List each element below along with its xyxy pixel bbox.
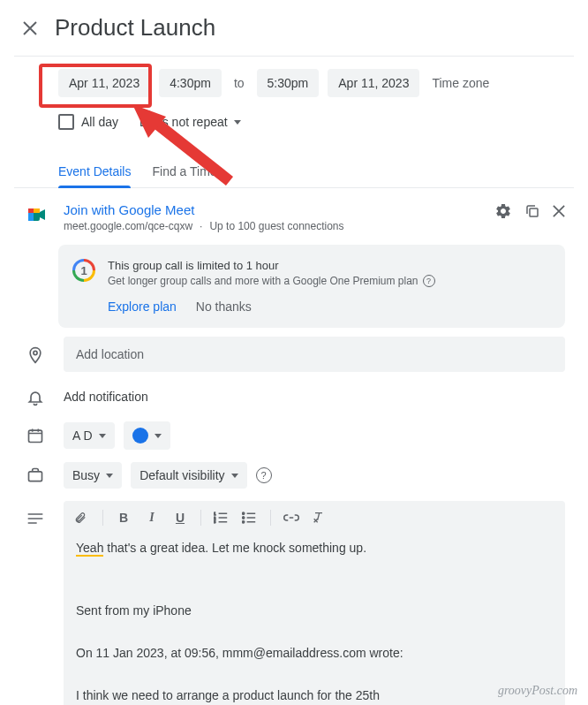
datetime-row: Apr 11, 2023 4:30pm to 5:30pm Apr 11, 20… — [14, 69, 574, 97]
visibility-help-icon[interactable]: ? — [256, 467, 272, 483]
tabs: Event Details Find a Time — [14, 155, 574, 188]
event-title[interactable]: Product Launch — [55, 14, 574, 42]
attach-icon[interactable] — [74, 510, 90, 526]
close-icon[interactable] — [19, 18, 41, 39]
start-time-chip[interactable]: 4:30pm — [159, 69, 222, 97]
svg-point-5 — [34, 351, 37, 354]
copy-icon[interactable] — [524, 203, 540, 219]
chevron-down-icon — [231, 474, 238, 478]
rich-text-toolbar: B I U 123 — [64, 501, 565, 534]
all-day-checkbox[interactable] — [58, 114, 74, 130]
chevron-down-icon — [106, 474, 113, 478]
promo-subtitle: Get longer group calls and more with a G… — [108, 275, 418, 287]
tab-event-details[interactable]: Event Details — [58, 155, 131, 187]
meet-url: meet.google.com/qce-cqxw — [64, 220, 192, 232]
busy-dropdown[interactable]: Busy — [64, 462, 122, 489]
help-icon[interactable]: ? — [423, 275, 435, 287]
link-button[interactable] — [283, 513, 299, 522]
meet-icon — [26, 206, 48, 227]
explore-plan-button[interactable]: Explore plan — [108, 299, 177, 314]
chevron-down-icon — [155, 434, 162, 438]
svg-text:3: 3 — [214, 519, 216, 524]
svg-point-13 — [242, 521, 244, 523]
svg-point-11 — [242, 512, 244, 514]
join-meet-link[interactable]: Join with Google Meet — [64, 202, 479, 217]
end-time-chip[interactable]: 5:30pm — [257, 69, 320, 97]
chevron-down-icon — [99, 434, 106, 438]
meet-capacity: Up to 100 guest connections — [209, 220, 343, 232]
briefcase-icon — [26, 466, 48, 488]
description-icon — [26, 512, 48, 533]
svg-point-12 — [242, 517, 244, 519]
no-thanks-button[interactable]: No thanks — [196, 299, 252, 314]
clear-formatting-button[interactable] — [312, 511, 328, 525]
description-content[interactable]: Yeah that's a great idea. Let me knock s… — [64, 534, 565, 705]
svg-rect-6 — [29, 430, 42, 442]
tab-find-a-time[interactable]: Find a Time — [152, 155, 216, 187]
calendar-icon — [26, 427, 48, 448]
location-icon — [26, 345, 48, 367]
color-dropdown[interactable] — [124, 421, 170, 450]
timezone-link[interactable]: Time zone — [428, 76, 493, 90]
numbered-list-button[interactable]: 123 — [214, 512, 230, 524]
underline-button[interactable]: U — [172, 511, 188, 525]
italic-button[interactable]: I — [144, 511, 160, 525]
end-date-chip[interactable]: Apr 11, 2023 — [328, 69, 419, 97]
visibility-dropdown[interactable]: Default visibility — [131, 462, 246, 489]
start-date-chip[interactable]: Apr 11, 2023 — [58, 69, 150, 97]
description-editor[interactable]: B I U 123 Yeah that's a great — [64, 501, 565, 705]
chevron-down-icon — [234, 120, 241, 125]
google-one-icon: 1 — [72, 259, 95, 282]
repeat-dropdown[interactable]: Does not repeat — [132, 110, 248, 134]
remove-meet-icon[interactable] — [553, 205, 565, 217]
watermark: groovyPost.com — [498, 684, 577, 698]
google-one-promo: 1 This group call is limited to 1 hour G… — [58, 245, 565, 328]
calendar-owner-dropdown[interactable]: A D — [64, 422, 115, 449]
svg-rect-4 — [530, 208, 538, 216]
svg-rect-7 — [29, 472, 42, 481]
notification-icon — [26, 388, 48, 409]
promo-title: This group call is limited to 1 hour — [108, 259, 551, 272]
location-input[interactable]: Add location — [64, 337, 565, 372]
bold-button[interactable]: B — [116, 511, 132, 525]
event-color-swatch — [132, 428, 148, 443]
meet-section: Join with Google Meet meet.google.com/qc… — [14, 202, 574, 232]
add-notification-button[interactable]: Add notification — [64, 384, 148, 409]
settings-icon[interactable] — [494, 202, 512, 220]
bullet-list-button[interactable] — [242, 512, 258, 524]
all-day-label: All day — [81, 115, 118, 129]
svg-rect-3 — [28, 208, 34, 213]
divider — [14, 56, 574, 57]
to-label: to — [230, 76, 248, 90]
